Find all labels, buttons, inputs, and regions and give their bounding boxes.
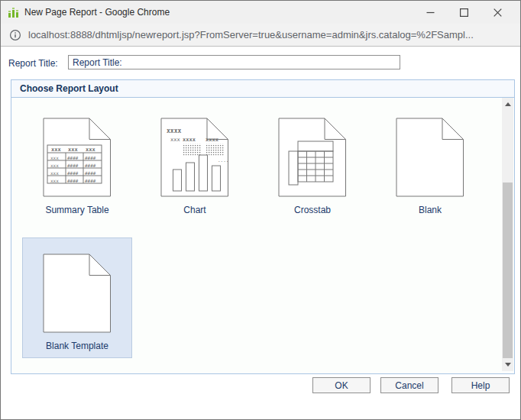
report-title-label: Report Title: xyxy=(8,58,58,69)
chart-icon: xxxx xxx xxxx xxxx .... xyxy=(160,118,229,197)
popup-window: New Page Report - Google Chrome xyxy=(0,0,521,420)
glyph-h4: #### xyxy=(67,163,79,168)
help-button[interactable]: Help xyxy=(451,377,510,393)
scrollbar[interactable] xyxy=(502,98,513,371)
glyph-x3: xxx xyxy=(86,147,95,153)
glyph-x3: xxx xyxy=(50,178,59,183)
layout-option-label: Blank xyxy=(419,205,442,215)
cancel-button[interactable]: Cancel xyxy=(380,377,438,393)
panel-body: xxx xxx xxx xxx #### #### xxx #### #### … xyxy=(11,98,514,372)
ok-button[interactable]: OK xyxy=(312,377,371,393)
url-bar: localhost:8888/dhtmljsp/newreport.jsp?Fr… xyxy=(1,24,520,47)
layout-option-label: Blank Template xyxy=(46,341,108,351)
scroll-thumb[interactable] xyxy=(503,183,513,358)
close-icon xyxy=(493,8,502,17)
layout-option-chart[interactable]: xxxx xxx xxxx xxxx .... Chart xyxy=(140,102,250,222)
glyph-x4: xxxx xyxy=(183,137,196,143)
layout-option-crosstab[interactable]: Crosstab xyxy=(257,102,367,222)
layout-option-blank-template[interactable]: Blank Template xyxy=(22,237,132,358)
glyph-h4: #### xyxy=(67,178,79,183)
summary-table-icon: xxx xxx xxx xxx #### #### xxx #### #### … xyxy=(43,118,112,197)
scroll-up-button[interactable] xyxy=(502,99,513,110)
glyph-x4: xxxx xyxy=(205,137,219,143)
glyph-x3: xxx xyxy=(68,147,78,153)
scroll-down-button[interactable] xyxy=(502,359,513,370)
close-button[interactable] xyxy=(481,1,514,24)
window-controls xyxy=(413,1,514,24)
glyph-h4: #### xyxy=(85,163,96,168)
info-icon xyxy=(9,29,21,41)
glyph-h4: #### xyxy=(85,155,96,160)
glyph-x3: xxx xyxy=(50,170,59,176)
blank-icon xyxy=(43,254,112,333)
layout-option-blank[interactable]: Blank xyxy=(375,102,485,222)
glyph-h4: #### xyxy=(85,178,96,183)
scroll-down-icon xyxy=(505,363,511,367)
glyph-h4: #### xyxy=(67,170,79,176)
blank-icon xyxy=(396,118,464,197)
minimize-icon xyxy=(426,8,435,17)
layout-option-label: Crosstab xyxy=(294,205,331,215)
minimize-button[interactable] xyxy=(413,1,447,24)
layout-option-label: Summary Table xyxy=(45,205,108,215)
layout-options-grid: xxx xxx xxx xxx #### #### xxx #### #### … xyxy=(22,102,503,358)
glyph-x3: xxx xyxy=(50,155,59,160)
maximize-icon xyxy=(460,8,468,17)
url-text[interactable]: localhost:8888/dhtmljsp/newreport.jsp?Fr… xyxy=(28,29,474,40)
glyph-x3: xxx xyxy=(170,137,180,143)
window-title: New Page Report - Google Chrome xyxy=(24,7,170,18)
glyph-x4: xxxx xyxy=(167,128,181,134)
panel-header: Choose Report Layout xyxy=(11,80,514,98)
glyph-h4: #### xyxy=(67,155,79,160)
app-logo-icon xyxy=(7,6,19,18)
glyph-d4: .... xyxy=(218,157,228,163)
glyph-x3: xxx xyxy=(50,163,59,168)
glyph-x3: xxx xyxy=(51,147,61,153)
titlebar: New Page Report - Google Chrome xyxy=(1,1,520,24)
layout-option-label: Chart xyxy=(183,205,205,215)
report-title-input[interactable] xyxy=(68,55,400,69)
layout-option-summary-table[interactable]: xxx xxx xxx xxx #### #### xxx #### #### … xyxy=(22,102,132,222)
scroll-up-icon xyxy=(505,102,511,106)
crosstab-icon xyxy=(278,118,347,197)
layout-panel: Choose Report Layout xxx xyxy=(11,79,515,374)
glyph-h4: #### xyxy=(85,170,96,176)
page-info-button[interactable] xyxy=(9,29,21,41)
maximize-button[interactable] xyxy=(447,1,481,24)
